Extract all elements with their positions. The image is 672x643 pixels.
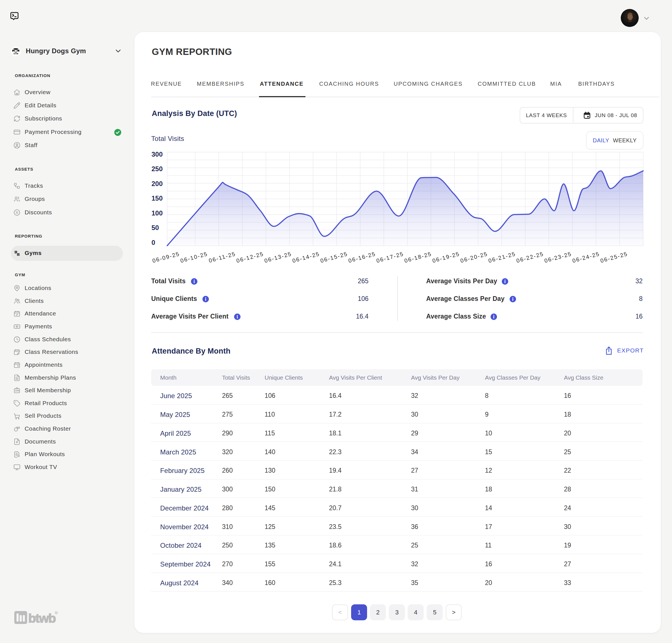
svg-text:200: 200	[151, 180, 163, 187]
svg-text:250: 250	[151, 165, 163, 173]
svg-text:06-13-25: 06-13-25	[264, 251, 292, 264]
svg-text:06-20-25: 06-20-25	[460, 251, 488, 264]
svg-text:0: 0	[151, 239, 155, 246]
svg-text:06-21-25: 06-21-25	[488, 251, 516, 264]
svg-text:06-10-25: 06-10-25	[180, 251, 208, 264]
svg-text:50: 50	[151, 224, 159, 231]
svg-text:06-22-25: 06-22-25	[516, 251, 544, 264]
svg-text:06-17-25: 06-17-25	[376, 251, 404, 264]
svg-text:06-15-25: 06-15-25	[320, 251, 348, 264]
svg-text:06-23-25: 06-23-25	[544, 251, 572, 264]
svg-text:btwb: btwb	[28, 611, 55, 625]
svg-text:R: R	[55, 611, 57, 614]
svg-text:300: 300	[151, 150, 163, 158]
svg-text:06-25-25: 06-25-25	[600, 251, 628, 264]
svg-text:150: 150	[151, 194, 163, 202]
svg-text:06-14-25: 06-14-25	[292, 251, 320, 264]
svg-text:06-11-25: 06-11-25	[208, 251, 236, 264]
svg-text:06-12-25: 06-12-25	[236, 251, 264, 264]
svg-text:06-09-25: 06-09-25	[152, 251, 180, 264]
svg-text:06-24-25: 06-24-25	[572, 251, 600, 264]
svg-text:06-19-25: 06-19-25	[432, 251, 460, 264]
svg-text:100: 100	[151, 209, 163, 217]
svg-text:06-16-25: 06-16-25	[348, 251, 376, 264]
svg-text:06-18-25: 06-18-25	[404, 251, 432, 264]
